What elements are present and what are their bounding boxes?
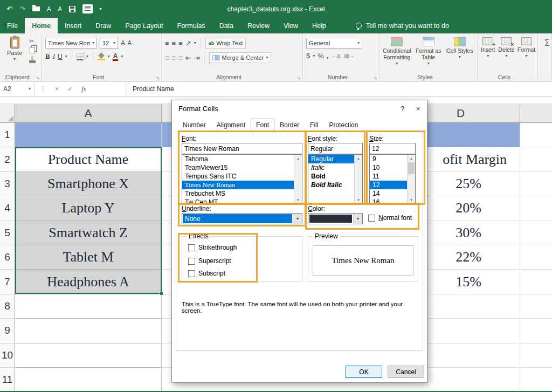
tab-border[interactable]: Border: [274, 119, 305, 132]
tab-file[interactable]: File: [0, 18, 25, 33]
row-header-1[interactable]: 1: [0, 123, 15, 147]
cell-a11[interactable]: [15, 368, 162, 392]
scroll-up-icon[interactable]: ▲: [294, 155, 302, 162]
scroll-down-icon[interactable]: ▼: [408, 196, 415, 203]
list-item[interactable]: Tw Cen MT: [182, 198, 302, 204]
cell-a4[interactable]: Laptop Y: [15, 196, 162, 221]
list-item[interactable]: Tahoma: [182, 155, 302, 163]
percent-style-icon[interactable]: %: [318, 52, 324, 59]
tab-font[interactable]: Font: [251, 119, 274, 133]
alignment-dialog-launcher-icon[interactable]: ↘: [296, 75, 301, 80]
scroll-up-icon[interactable]: ▲: [355, 155, 362, 162]
format-as-table-button[interactable]: Format as Table ▾: [415, 36, 443, 73]
normal-font-checkbox[interactable]: Normal font: [368, 214, 412, 222]
decrease-font-icon[interactable]: A: [58, 6, 62, 12]
open-folder-icon[interactable]: [32, 6, 40, 11]
select-all-corner[interactable]: [0, 104, 15, 122]
increase-indent-icon[interactable]: ⇥: [194, 54, 200, 61]
undo-icon[interactable]: ↶: [6, 5, 12, 13]
list-item[interactable]: Trebuchet MS: [182, 189, 302, 198]
format-painter-icon[interactable]: [31, 56, 33, 60]
tab-insert[interactable]: Insert: [58, 18, 88, 33]
row-header-9[interactable]: 9: [0, 319, 15, 343]
column-header-e[interactable]: [520, 104, 552, 122]
ok-button[interactable]: OK: [346, 366, 382, 378]
align-top-icon[interactable]: ≡: [165, 40, 169, 47]
chevron-down-icon[interactable]: ▾: [194, 41, 196, 45]
formula-bar-value[interactable]: Product Name: [126, 82, 174, 96]
cell-a8[interactable]: [15, 294, 162, 319]
tab-protection[interactable]: Protection: [323, 119, 363, 132]
tab-page-layout[interactable]: Page Layout: [118, 18, 170, 33]
font-color-icon[interactable]: A: [113, 53, 119, 61]
list-item[interactable]: Tempus Sans ITC: [182, 172, 302, 181]
cell-a3[interactable]: Smartphone X: [15, 172, 162, 196]
row-header-6[interactable]: 6: [0, 245, 15, 270]
tab-formulas[interactable]: Formulas: [170, 18, 212, 33]
save-icon[interactable]: [69, 6, 75, 12]
row-header-2[interactable]: 2: [0, 147, 15, 171]
chevron-down-icon[interactable]: ▾: [65, 54, 67, 59]
comma-style-icon[interactable]: ,: [327, 52, 329, 59]
font-name-combo[interactable]: Times New Roma ▾: [45, 38, 97, 49]
subscript-checkbox[interactable]: Subscript: [188, 270, 225, 277]
bold-icon[interactable]: B: [45, 52, 50, 61]
chevron-down-icon[interactable]: ▾: [86, 54, 88, 59]
tab-review[interactable]: Review: [240, 18, 277, 33]
scroll-up-icon[interactable]: ▲: [408, 155, 415, 162]
font-input[interactable]: Times New Roman: [182, 143, 302, 154]
cell-a9[interactable]: [15, 319, 162, 343]
cell-e9[interactable]: [520, 319, 552, 343]
align-middle-icon[interactable]: ≡: [172, 40, 176, 47]
tab-data[interactable]: Data: [212, 18, 240, 33]
help-icon[interactable]: ?: [395, 100, 410, 116]
font-list[interactable]: Tahoma TeamViewer15 Tempus Sans ITC Time…: [182, 154, 302, 204]
decrease-indent-icon[interactable]: ⇤: [185, 54, 191, 61]
row-header-4[interactable]: 4: [0, 196, 15, 221]
cell-e7[interactable]: [520, 270, 552, 294]
row-header-7[interactable]: 7: [0, 270, 15, 294]
touch-mode-icon[interactable]: [82, 4, 93, 13]
cell-styles-button[interactable]: Cell Styles ▾: [446, 36, 474, 73]
cancel-entry-icon[interactable]: ×: [55, 85, 59, 93]
cell-e2[interactable]: [520, 147, 552, 171]
underline-icon[interactable]: U: [58, 53, 63, 60]
font-style-input[interactable]: Regular: [308, 143, 363, 154]
close-icon[interactable]: ×: [410, 100, 426, 116]
insert-cells-button[interactable]: + Insert ▾: [481, 36, 495, 73]
increase-decimal-icon[interactable]: ←.0: [331, 53, 340, 59]
chevron-down-icon[interactable]: ▾: [313, 54, 315, 58]
cell-a1[interactable]: [15, 123, 162, 147]
chevron-down-icon[interactable]: ▾: [29, 87, 31, 91]
cell-e5[interactable]: [520, 221, 552, 245]
conditional-formatting-button[interactable]: Conditional Formatting ▾: [383, 36, 411, 73]
chevron-down-icon[interactable]: ▾: [353, 214, 362, 224]
tab-fill[interactable]: Fill: [305, 119, 323, 132]
orientation-icon[interactable]: ↗: [185, 40, 191, 47]
size-input[interactable]: 12: [369, 143, 416, 154]
tab-view[interactable]: View: [277, 18, 305, 33]
customize-qat-icon[interactable]: ▾: [100, 7, 102, 11]
strikethrough-checkbox[interactable]: Strikethrough: [188, 244, 237, 251]
size-list[interactable]: 9 10 11 12 14 16 ▲ ▼: [369, 154, 416, 204]
color-dropdown[interactable]: ▾: [308, 213, 363, 224]
scrollbar[interactable]: ▲ ▼: [354, 155, 362, 203]
chevron-down-icon[interactable]: ▾: [108, 54, 110, 59]
grow-font-icon[interactable]: A: [121, 40, 125, 46]
shrink-font-icon[interactable]: A: [128, 40, 132, 46]
paste-button[interactable]: Paste ▾: [3, 36, 26, 73]
chevron-down-icon[interactable]: ▾: [121, 54, 123, 59]
confirm-entry-icon[interactable]: ✓: [67, 85, 73, 93]
number-format-combo[interactable]: General ▾: [306, 38, 362, 49]
italic-icon[interactable]: I: [53, 52, 55, 61]
cell-e4[interactable]: [520, 196, 552, 221]
cell-a7[interactable]: Headphones A: [15, 270, 162, 294]
scrollbar[interactable]: ▲ ▼: [407, 155, 415, 203]
number-dialog-launcher-icon[interactable]: ↘: [373, 75, 377, 80]
cell-a5[interactable]: Smartwatch Z: [15, 221, 162, 245]
tab-draw[interactable]: Draw: [88, 18, 118, 33]
merge-center-button[interactable]: Merge & Center ▾: [209, 52, 272, 63]
font-style-list[interactable]: Regular Italic Bold Bold Italic ▲ ▼: [308, 154, 363, 204]
align-left-icon[interactable]: ≡: [165, 54, 169, 61]
cell-e6[interactable]: [520, 245, 552, 270]
